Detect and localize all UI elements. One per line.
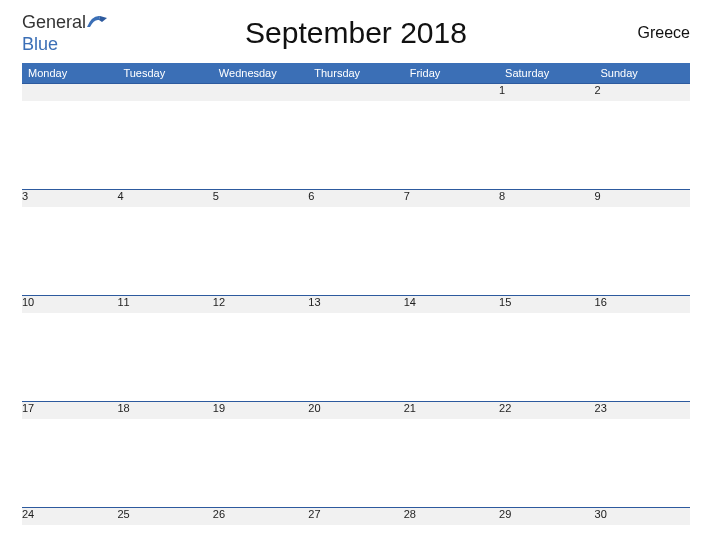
day-body-cell — [404, 207, 499, 295]
day-number-cell: 2 — [595, 83, 690, 101]
day-body-cell — [308, 419, 403, 507]
day-body-cell — [499, 101, 594, 189]
day-number-cell: 23 — [595, 401, 690, 419]
week-number-row: 10111213141516 — [22, 295, 690, 313]
weekday-header: Wednesday — [213, 63, 308, 84]
week-body-row — [22, 313, 690, 401]
weekday-header: Thursday — [308, 63, 403, 84]
day-number-cell — [213, 83, 308, 101]
week-body-row — [22, 207, 690, 295]
day-number-cell: 13 — [308, 295, 403, 313]
day-number-cell: 8 — [499, 189, 594, 207]
calendar-grid: Monday Tuesday Wednesday Thursday Friday… — [22, 63, 690, 550]
day-body-cell — [213, 525, 308, 550]
week-number-row: 24252627282930 — [22, 507, 690, 525]
day-body-cell — [117, 207, 212, 295]
day-number-cell — [117, 83, 212, 101]
day-body-cell — [213, 207, 308, 295]
day-number-cell — [22, 83, 117, 101]
day-body-cell — [22, 525, 117, 550]
day-number-cell: 1 — [499, 83, 594, 101]
day-body-cell — [308, 101, 403, 189]
logo-text-general: General — [22, 12, 86, 32]
week-body-row — [22, 419, 690, 507]
country-label: Greece — [570, 24, 690, 42]
day-body-cell — [595, 419, 690, 507]
day-body-cell — [213, 419, 308, 507]
day-number-cell: 5 — [213, 189, 308, 207]
weekday-header-row: Monday Tuesday Wednesday Thursday Friday… — [22, 63, 690, 84]
day-body-cell — [22, 101, 117, 189]
day-body-cell — [117, 419, 212, 507]
day-body-cell — [22, 419, 117, 507]
week-body-row — [22, 101, 690, 189]
day-number-cell: 4 — [117, 189, 212, 207]
day-body-cell — [499, 525, 594, 550]
day-body-cell — [308, 207, 403, 295]
day-body-cell — [308, 313, 403, 401]
day-body-cell — [595, 525, 690, 550]
week-number-row: 12 — [22, 83, 690, 101]
calendar-body: 1234567891011121314151617181920212223242… — [22, 83, 690, 550]
day-body-cell — [595, 101, 690, 189]
week-body-row — [22, 525, 690, 550]
day-number-cell: 3 — [22, 189, 117, 207]
day-body-cell — [213, 313, 308, 401]
week-number-row: 17181920212223 — [22, 401, 690, 419]
day-body-cell — [499, 207, 594, 295]
day-number-cell: 18 — [117, 401, 212, 419]
day-number-cell: 21 — [404, 401, 499, 419]
day-number-cell: 9 — [595, 189, 690, 207]
day-number-cell: 20 — [308, 401, 403, 419]
day-number-cell: 15 — [499, 295, 594, 313]
day-body-cell — [499, 313, 594, 401]
logo: GeneralBlue — [22, 12, 142, 55]
day-body-cell — [404, 313, 499, 401]
day-body-cell — [117, 525, 212, 550]
day-body-cell — [213, 101, 308, 189]
day-number-cell: 12 — [213, 295, 308, 313]
day-number-cell: 25 — [117, 507, 212, 525]
day-number-cell: 28 — [404, 507, 499, 525]
day-number-cell — [404, 83, 499, 101]
day-number-cell: 24 — [22, 507, 117, 525]
day-body-cell — [404, 419, 499, 507]
weekday-header: Saturday — [499, 63, 594, 84]
weekday-header: Friday — [404, 63, 499, 84]
day-number-cell: 17 — [22, 401, 117, 419]
weekday-header: Tuesday — [117, 63, 212, 84]
day-number-cell: 27 — [308, 507, 403, 525]
day-number-cell: 10 — [22, 295, 117, 313]
day-number-cell: 22 — [499, 401, 594, 419]
day-number-cell: 6 — [308, 189, 403, 207]
day-body-cell — [404, 525, 499, 550]
day-body-cell — [499, 419, 594, 507]
day-number-cell: 30 — [595, 507, 690, 525]
globe-swoosh-icon — [86, 13, 108, 34]
day-number-cell — [308, 83, 403, 101]
day-body-cell — [595, 313, 690, 401]
day-number-cell: 16 — [595, 295, 690, 313]
day-body-cell — [308, 525, 403, 550]
header: GeneralBlue September 2018 Greece — [22, 12, 690, 55]
day-body-cell — [595, 207, 690, 295]
day-body-cell — [117, 101, 212, 189]
day-number-cell: 29 — [499, 507, 594, 525]
page-title: September 2018 — [142, 16, 570, 50]
day-body-cell — [117, 313, 212, 401]
day-number-cell: 7 — [404, 189, 499, 207]
day-number-cell: 14 — [404, 295, 499, 313]
week-number-row: 3456789 — [22, 189, 690, 207]
day-number-cell: 11 — [117, 295, 212, 313]
weekday-header: Monday — [22, 63, 117, 84]
day-number-cell: 19 — [213, 401, 308, 419]
day-number-cell: 26 — [213, 507, 308, 525]
day-body-cell — [22, 313, 117, 401]
logo-text-blue: Blue — [22, 34, 58, 54]
day-body-cell — [22, 207, 117, 295]
weekday-header: Sunday — [595, 63, 690, 84]
day-body-cell — [404, 101, 499, 189]
